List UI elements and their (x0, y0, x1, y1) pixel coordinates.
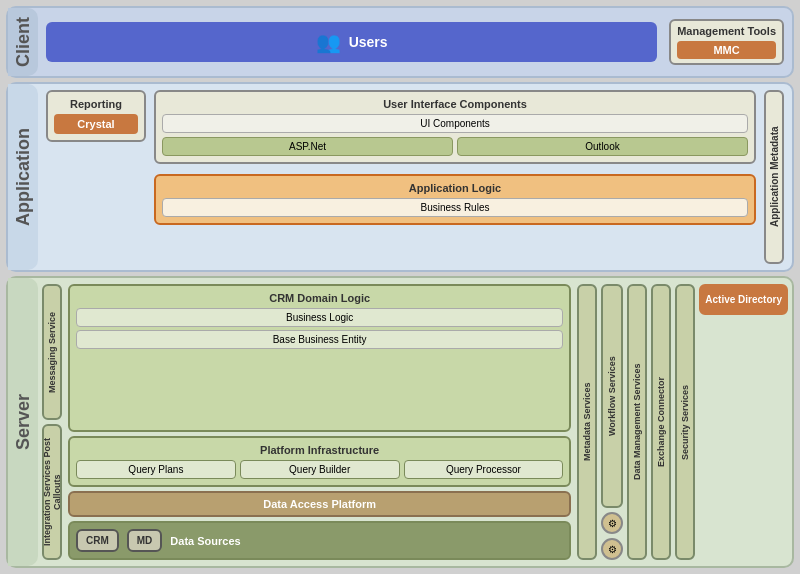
application-label: Application (8, 84, 38, 270)
reporting-title: Reporting (54, 98, 138, 110)
app-logic-title: Application Logic (162, 182, 748, 194)
application-content: Reporting Crystal User Interface Compone… (38, 84, 792, 270)
client-band: Client 👥 Users Management Tools MMC (6, 6, 794, 78)
mmc-box: MMC (677, 41, 776, 59)
application-band: Application Reporting Crystal User Inter… (6, 82, 794, 272)
business-logic-box: Business Logic (76, 308, 563, 327)
server-center-content: CRM Domain Logic Business Logic Base Bus… (68, 284, 571, 560)
platform-title: Platform Infrastructure (76, 444, 563, 456)
left-services: Messaging Service Integration Services P… (42, 284, 62, 560)
data-management-services: Data Management Services (627, 284, 647, 560)
main-container: Client 👥 Users Management Tools MMC Appl… (0, 0, 800, 574)
workflow-icon-2: ⚙ (601, 538, 623, 560)
app-metadata-label: Application Metadata (764, 90, 784, 264)
server-content: Messaging Service Integration Services P… (38, 278, 792, 566)
workflow-icon-1: ⚙ (601, 512, 623, 534)
server-label: Server (8, 278, 38, 566)
client-label: Client (8, 8, 38, 76)
client-content: 👥 Users Management Tools MMC (38, 8, 792, 76)
security-services: Security Services (675, 284, 695, 560)
ui-row: ASP.Net Outlook (162, 137, 748, 156)
data-sources-label: Data Sources (170, 535, 240, 547)
platform-row: Query Plans Query Builder Query Processo… (76, 460, 563, 479)
ui-components-box: User Interface Components UI Components … (154, 90, 756, 164)
ui-components-inner: UI Components (162, 114, 748, 133)
crm-chip: CRM (76, 529, 119, 552)
app-middle: User Interface Components UI Components … (154, 90, 756, 225)
active-directory-col: Active Directory (699, 284, 788, 560)
mgmt-title: Management Tools (677, 25, 776, 37)
right-services: Metadata Services Workflow Services ⚙ ⚙ … (577, 284, 788, 560)
platform-box: Platform Infrastructure Query Plans Quer… (68, 436, 571, 487)
metadata-services: Metadata Services (577, 284, 597, 560)
messaging-service: Messaging Service (42, 284, 62, 420)
active-directory-box: Active Directory (699, 284, 788, 315)
data-access-box: Data Access Platform (68, 491, 571, 517)
users-box: 👥 Users (46, 22, 657, 62)
integration-service: Integration Services Post Callouts (42, 424, 62, 560)
asp-net-chip: ASP.Net (162, 137, 453, 156)
ui-components-title: User Interface Components (162, 98, 748, 110)
query-plans-chip: Query Plans (76, 460, 236, 479)
reporting-box: Reporting Crystal (46, 90, 146, 142)
app-logic-box: Application Logic Business Rules (154, 174, 756, 225)
query-processor-chip: Query Processor (404, 460, 564, 479)
users-label: Users (349, 34, 388, 50)
app-left: Reporting Crystal (46, 90, 146, 142)
base-business-box: Base Business Entity (76, 330, 563, 349)
workflow-services: Workflow Services (601, 284, 623, 508)
management-tools-box: Management Tools MMC (669, 19, 784, 65)
md-chip: MD (127, 529, 163, 552)
users-icon: 👥 (316, 30, 341, 54)
data-sources-box: CRM MD Data Sources (68, 521, 571, 560)
workflow-col: Workflow Services ⚙ ⚙ (601, 284, 623, 560)
outlook-chip: Outlook (457, 137, 748, 156)
server-band: Server Messaging Service Integration Ser… (6, 276, 794, 568)
crm-domain-title: CRM Domain Logic (76, 292, 563, 304)
crm-domain-box: CRM Domain Logic Business Logic Base Bus… (68, 284, 571, 432)
query-builder-chip: Query Builder (240, 460, 400, 479)
crystal-box: Crystal (54, 114, 138, 134)
exchange-connector: Exchange Connector (651, 284, 671, 560)
business-rules-box: Business Rules (162, 198, 748, 217)
